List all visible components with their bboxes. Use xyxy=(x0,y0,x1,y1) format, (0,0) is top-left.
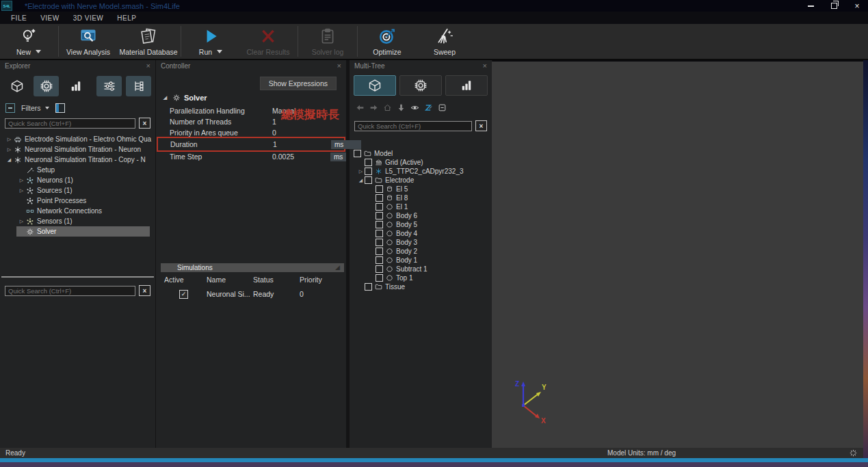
tree-item-model[interactable]: Model xyxy=(350,149,492,158)
el5-checkbox[interactable] xyxy=(376,185,383,193)
forward-arrow-icon[interactable] xyxy=(369,103,378,112)
tree-item-sources[interactable]: ▷ Sources (1) xyxy=(0,185,155,196)
body3-checkbox[interactable] xyxy=(376,239,383,246)
tree-item-body5[interactable]: Body 5 xyxy=(350,220,492,229)
expander-icon[interactable]: ◢ xyxy=(357,178,365,183)
tree-item-body2[interactable]: Body 2 xyxy=(350,247,492,256)
menu-3d-view[interactable]: 3D VIEW xyxy=(66,14,111,22)
tree-item-body3[interactable]: Body 3 xyxy=(350,238,492,247)
tree-item-tissue[interactable]: Tissue xyxy=(350,282,492,291)
run-button[interactable]: Run xyxy=(182,24,239,59)
active-checkbox[interactable]: ✓ xyxy=(179,290,188,299)
tree-item-subtract1[interactable]: Subtract 1 xyxy=(350,265,492,273)
neuron-checkbox[interactable] xyxy=(365,168,372,175)
explorer-tab-simulation[interactable] xyxy=(34,76,59,96)
duration-value-field[interactable]: 1 xyxy=(273,140,331,148)
controller-close-icon[interactable]: × xyxy=(337,62,341,70)
multitree-search-input[interactable] xyxy=(354,121,472,131)
subtract1-checkbox[interactable] xyxy=(376,265,383,273)
body1-checkbox[interactable] xyxy=(376,256,383,264)
multitree-search-clear-button[interactable]: × xyxy=(475,120,487,131)
body4-checkbox[interactable] xyxy=(376,230,383,237)
property-row-duration[interactable]: Duration 1 ms xyxy=(157,137,345,152)
tree-item-body1[interactable]: Body 1 xyxy=(350,256,492,265)
multitree-tab-simulation[interactable] xyxy=(399,75,442,96)
tree-item-electrode-group[interactable]: ◢ Electrode xyxy=(350,176,492,185)
el1-checkbox[interactable] xyxy=(376,203,383,211)
explorer-tree-view-button[interactable] xyxy=(126,76,151,96)
multitree-tab-analysis[interactable] xyxy=(445,75,488,96)
tree-item-el8[interactable]: El 8 xyxy=(350,194,492,202)
tree-item-el5[interactable]: El 5 xyxy=(350,185,492,194)
expander-icon[interactable]: ▷ xyxy=(357,169,365,174)
tree-item-el1[interactable]: El 1 xyxy=(350,202,492,211)
explorer-splitter[interactable] xyxy=(1,276,154,278)
tree-item-electrode-simulation[interactable]: ▷ Electrode Simulation - Electro Ohmic Q… xyxy=(0,134,155,144)
body2-checkbox[interactable] xyxy=(376,248,383,255)
run-dropdown-caret[interactable] xyxy=(217,50,222,53)
optimize-button[interactable]: Optimize xyxy=(358,24,416,59)
property-row-time-step[interactable]: Time Step 0.0025 ms xyxy=(156,151,346,162)
expander-icon[interactable]: ▷ xyxy=(18,178,25,183)
multitree-close-icon[interactable]: × xyxy=(483,62,487,70)
tree-item-body6[interactable]: Body 6 xyxy=(350,211,492,220)
tree-item-neurons[interactable]: ▷ Neurons (1) xyxy=(0,175,155,185)
model-checkbox[interactable] xyxy=(354,150,361,157)
collapse-all-icon[interactable] xyxy=(438,103,447,112)
z-edit-icon[interactable] xyxy=(424,103,433,112)
duration-unit-dropdown[interactable]: ms xyxy=(331,140,361,149)
restore-button[interactable] xyxy=(830,2,838,10)
new-dropdown-caret[interactable] xyxy=(36,50,41,53)
multitree-tab-model[interactable] xyxy=(354,75,396,96)
menu-view[interactable]: VIEW xyxy=(34,14,66,22)
explorer-search-input[interactable] xyxy=(5,118,135,129)
tree-item-neuronal-simulation-copy[interactable]: ◢ Neuronal Simulation Titration - Copy -… xyxy=(0,155,155,165)
tree-item-grid[interactable]: Grid (Active) xyxy=(350,158,492,167)
simulation-row[interactable]: ✓ Neuronal Si... Ready 0 xyxy=(161,287,344,301)
tree-item-l5-ttpc2[interactable]: ▷ L5_TTPC2_cADpyr232_3 xyxy=(350,167,492,176)
layout-toggle-icon[interactable] xyxy=(55,103,65,113)
close-button[interactable]: × xyxy=(853,2,861,10)
tissue-checkbox[interactable] xyxy=(365,283,372,291)
tree-item-point-processes[interactable]: Point Processes xyxy=(0,196,155,206)
tree-item-body4[interactable]: Body 4 xyxy=(350,229,492,238)
explorer-filter-settings-button[interactable] xyxy=(96,76,122,96)
menu-help[interactable]: HELP xyxy=(110,14,143,22)
simulations-header[interactable]: Simulations ◢ xyxy=(161,263,344,272)
body6-checkbox[interactable] xyxy=(376,212,383,219)
menu-file[interactable]: FILE xyxy=(4,14,34,22)
explorer-tab-model[interactable] xyxy=(4,76,29,96)
tree-item-setup[interactable]: Setup xyxy=(0,165,155,175)
body5-checkbox[interactable] xyxy=(376,221,383,228)
collapse-triangle-icon[interactable]: ◢ xyxy=(335,265,340,271)
explorer-close-icon[interactable]: × xyxy=(146,62,150,70)
home-icon[interactable] xyxy=(383,103,392,112)
tree-item-solver[interactable]: Solver xyxy=(16,226,150,237)
minimize-button[interactable] xyxy=(806,2,815,10)
solver-expander-icon[interactable]: ◢ xyxy=(161,95,169,101)
view-analysis-button[interactable]: View Analysis xyxy=(60,24,117,59)
explorer-bottom-search-clear-button[interactable]: × xyxy=(139,285,150,296)
expander-icon[interactable]: ▷ xyxy=(18,188,25,194)
viewport-3d[interactable]: Z Y X xyxy=(492,62,863,448)
filters-dropdown[interactable]: Filters xyxy=(21,104,49,112)
sweep-button[interactable]: Sweep xyxy=(416,24,473,59)
visibility-eye-icon[interactable] xyxy=(410,103,419,112)
new-button[interactable]: New xyxy=(0,24,57,59)
filters-checkbox[interactable] xyxy=(5,103,15,113)
explorer-bottom-search-input[interactable] xyxy=(5,286,135,296)
tree-item-sensors[interactable]: ▷ Sensors (1) xyxy=(0,216,155,226)
top1-checkbox[interactable] xyxy=(376,274,383,282)
down-arrow-icon[interactable] xyxy=(397,103,406,112)
material-database-button[interactable]: Material Database xyxy=(117,24,180,59)
grid-checkbox[interactable] xyxy=(365,159,372,166)
expander-icon[interactable]: ▷ xyxy=(18,219,25,224)
tree-item-top1[interactable]: Top 1 xyxy=(350,273,492,282)
time-step-value-field[interactable]: 0.0025 xyxy=(272,152,330,161)
expander-icon[interactable]: ▷ xyxy=(5,137,13,142)
show-expressions-button[interactable]: Show Expressions xyxy=(260,77,337,90)
electrode-checkbox[interactable] xyxy=(365,176,372,184)
back-arrow-icon[interactable] xyxy=(356,103,365,112)
explorer-tab-analysis[interactable] xyxy=(63,76,88,96)
tree-item-network-connections[interactable]: Network Connections xyxy=(0,206,155,216)
